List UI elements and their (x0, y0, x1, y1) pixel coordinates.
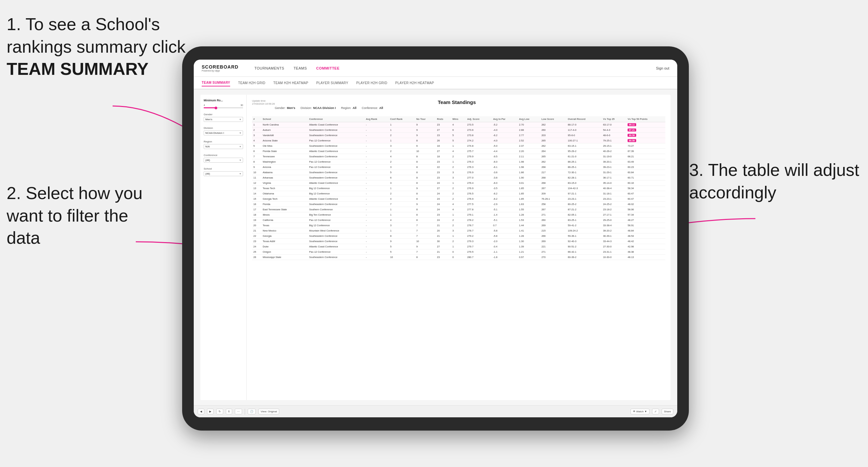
nav-committee[interactable]: COMMITTEE (316, 65, 340, 71)
table-cell: 1 (389, 212, 415, 218)
table-cell: Big 12 Conference (308, 186, 364, 191)
sidebar-conference: Conference (All) ▼ (204, 154, 243, 163)
toolbar-share[interactable]: Share (662, 409, 673, 414)
table-cell: 35-14-0 (602, 181, 626, 186)
table-cell: 10 (415, 149, 436, 154)
slider-container: 4 30 (204, 104, 243, 108)
sub-nav-team-h2h-grid[interactable]: TEAM H2H GRID (238, 80, 265, 86)
table-cell: - (365, 218, 389, 223)
table-row: 5Ole MissSoutheastern Conference-3618127… (252, 144, 665, 149)
toolbar-watch[interactable]: 👁 Watch ▼ (630, 409, 649, 414)
sidebar-region-select[interactable]: N/A ▼ (204, 144, 243, 149)
toolbar-copy[interactable]: ⎘ (226, 409, 232, 414)
table-cell: 31-18-1 (602, 191, 626, 196)
table-cell: Mountain West Conference (308, 228, 364, 234)
table-cell: 1.86 (518, 170, 540, 175)
table-cell: 3 (389, 223, 415, 228)
toolbar-view-original[interactable]: View: Original (258, 409, 279, 414)
table-cell: Southeastern Conference (308, 239, 364, 244)
sub-nav-player-h2h-grid[interactable]: PLAYER H2H GRID (356, 80, 388, 86)
table-cell: Southeastern Conference (308, 175, 364, 181)
sidebar-region-label: Region (204, 140, 243, 143)
table-cell: 278.7 (466, 228, 492, 234)
sidebar-division-select[interactable]: NCAA Division I ▼ (204, 130, 243, 135)
slider-track[interactable] (204, 107, 243, 108)
table-cell: 268 (540, 175, 567, 181)
col-avg-rank: Avg Rank (365, 116, 389, 122)
table-cell: 8 (415, 170, 436, 175)
table-cell: -5.8 (492, 234, 518, 239)
sidebar-gender-select[interactable]: Men's ▼ (204, 117, 243, 122)
sub-nav-team-summary[interactable]: TEAM SUMMARY (202, 80, 230, 87)
toolbar-separator (245, 409, 245, 415)
table-row: 6Florida StateAtlantic Coast Conference-… (252, 149, 665, 154)
table-cell: Southeastern Conference (308, 170, 364, 175)
table-cell: 4 (389, 154, 415, 159)
table-cell: -2.0 (492, 239, 518, 244)
table-cell: - (365, 154, 389, 159)
sub-nav-player-summary[interactable]: PLAYER SUMMARY (316, 80, 348, 86)
table-row: 10AlabamaSoutheastern Conference-5823327… (252, 170, 665, 175)
sign-out-link[interactable]: Sign out (656, 66, 669, 70)
table-cell: 60.84 (626, 170, 665, 175)
table-cell: 73.27 (626, 144, 665, 149)
sub-nav-team-h2h-heatmap[interactable]: TEAM H2H HEATMAP (273, 80, 308, 86)
nav-tournaments[interactable]: TOURNAMENTS (254, 65, 284, 71)
table-cell: 86-25-1 (567, 159, 602, 165)
table-cell: Atlantic Coast Conference (308, 149, 364, 154)
table-cell: -6.0 (492, 159, 518, 165)
table-cell: Mississippi State (261, 255, 308, 260)
toolbar-refresh[interactable]: ↻ (216, 409, 223, 414)
slider-max: 30 (241, 104, 243, 106)
table-cell: 83-25-1 (567, 218, 602, 223)
table-cell: 24 (436, 207, 451, 212)
table-cell: 276.9 (466, 186, 492, 191)
table-cell: 25 (252, 249, 261, 255)
table-cell: Big Ten Conference (308, 212, 364, 218)
sidebar-school-select[interactable]: (All) ▼ (204, 171, 243, 176)
table-cell: 276.3 (466, 165, 492, 170)
table-cell: 60.47 (626, 191, 665, 196)
table-cell: 2.88 (518, 127, 540, 133)
table-cell: - (365, 234, 389, 239)
table-cell: 23 (436, 159, 451, 165)
table-cell: 10 (389, 255, 415, 260)
filter-conference-label: Conference: (362, 106, 378, 110)
toolbar-forward[interactable]: ▶ (207, 409, 214, 414)
table-row: 1North CarolinaAtlantic Coast Conference… (252, 122, 665, 127)
table-cell: Pac-12 Conference (308, 159, 364, 165)
table-cell: 2 (252, 127, 261, 133)
col-vs50: Vs Top 50 Points (626, 116, 665, 122)
table-cell: 278.7 (466, 223, 492, 228)
table-cell: 2.70 (518, 122, 540, 127)
table-cell: - (365, 228, 389, 234)
table-cell: 97-21-1 (567, 191, 602, 196)
slider-fill (204, 107, 216, 108)
table-cell: Ole Miss (261, 144, 308, 149)
table-cell: 269 (540, 223, 567, 228)
toolbar-expand[interactable]: ⤢ (652, 409, 659, 414)
table-cell: -9.5 (492, 154, 518, 159)
table-cell: 23 (436, 170, 451, 175)
nav-teams[interactable]: TEAMS (293, 65, 307, 71)
col-school: School (261, 116, 308, 122)
table-header-row: # School Conference Avg Rank Conf Rank N… (252, 116, 665, 122)
toolbar-back[interactable]: ◀ (198, 409, 204, 414)
sub-nav-player-h2h-heatmap[interactable]: PLAYER H2H HEATMAP (395, 80, 434, 86)
main-panel: Minimum Ro... 4 30 (200, 95, 671, 400)
table-cell: 276.3 (466, 159, 492, 165)
table-cell: 80.58 (626, 138, 665, 144)
table-cell: 48.02 (626, 202, 665, 207)
table-cell: - (365, 202, 389, 207)
table-cell: 273.5 (466, 122, 492, 127)
toolbar-more[interactable]: ⋯ (235, 409, 242, 414)
sidebar-conference-select[interactable]: (All) ▼ (204, 158, 243, 163)
table-body: 1North CarolinaAtlantic Coast Conference… (252, 122, 665, 260)
toolbar-clock[interactable]: 🕐 (248, 409, 256, 414)
table-cell: -4.4 (492, 149, 518, 154)
table-cell: 4 (451, 202, 466, 207)
table-cell: Atlantic Coast Conference (308, 196, 364, 202)
table-cell: Florida State (261, 149, 308, 154)
annotation-2-text: 2. Select how you want to filter the dat… (7, 184, 143, 247)
table-cell: East Tennessee State (261, 207, 308, 212)
